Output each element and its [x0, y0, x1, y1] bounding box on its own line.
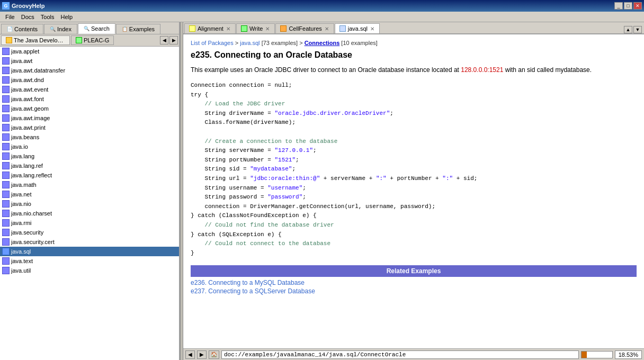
package-icon — [2, 76, 10, 84]
list-item[interactable]: java.awt.geom — [0, 104, 179, 113]
code-line: String driverName = "oracle.jdbc.driver.… — [191, 109, 637, 119]
list-item-selected[interactable]: java.sql — [0, 247, 179, 256]
code-line: String serverName = "127.0.0.1"; — [191, 146, 637, 156]
title-bar-controls: _ □ ✕ — [614, 2, 642, 10]
code-line: String sid = "mydatabase"; — [191, 165, 637, 174]
breadcrumb-packages-link[interactable]: List of Packages — [191, 40, 234, 46]
list-item[interactable]: java.math — [0, 180, 179, 190]
list-item[interactable]: java.awt.print — [0, 123, 179, 132]
left-panel: 📄 Contents 🔍 Index 🔍 Search 📋 Examples — [0, 22, 180, 360]
tab-alignment[interactable]: Alignment ✕ — [184, 23, 236, 33]
list-item[interactable]: java.awt.event — [0, 85, 179, 94]
home-button[interactable]: 🏠 — [209, 350, 219, 359]
list-item[interactable]: java.beans — [0, 132, 179, 142]
list-item[interactable]: java.awt.dnd — [0, 75, 179, 85]
app-icon: G — [2, 2, 10, 10]
list-item[interactable]: java.awt.image — [0, 113, 179, 123]
code-line: String portNumber = "1521"; — [191, 156, 637, 165]
tab-examples[interactable]: 📋 Examples — [116, 24, 160, 34]
package-icon — [2, 95, 10, 103]
menu-help[interactable]: Help — [57, 13, 76, 21]
close-tab-javasql[interactable]: ✕ — [370, 26, 375, 31]
tab-contents[interactable]: 📄 Contents — [1, 24, 43, 34]
doc-tabs: Alignment ✕ Write ✕ CellFeatures ✕ java.… — [183, 22, 644, 34]
progress-bar — [581, 351, 613, 358]
package-icon — [2, 229, 10, 236]
breadcrumb-connections-link[interactable]: Connections — [305, 40, 340, 46]
tab-search[interactable]: 🔍 Search — [78, 23, 115, 34]
right-panel: Alignment ✕ Write ✕ CellFeatures ✕ java.… — [183, 22, 644, 360]
article-description: This example uses an Oracle JDBC driver … — [191, 65, 637, 75]
package-icon — [2, 238, 10, 246]
bookmark-pleac[interactable]: PLEAC-G — [71, 35, 114, 45]
package-icon — [2, 133, 10, 141]
scroll-up-button[interactable]: ▲ — [624, 26, 632, 33]
list-item[interactable]: java.awt — [0, 56, 179, 66]
menu-bar: File Docs Tools Help — [0, 12, 644, 22]
menu-tools[interactable]: Tools — [38, 13, 58, 21]
related-link-e236[interactable]: e236. Connecting to a MySQL Database — [191, 279, 637, 286]
package-icon — [2, 267, 10, 274]
close-button[interactable]: ✕ — [633, 2, 642, 10]
package-icon — [2, 124, 10, 131]
package-icon — [2, 248, 10, 255]
tab-javasql[interactable]: java.sql ✕ — [335, 23, 380, 33]
minimize-button[interactable]: _ — [614, 2, 623, 10]
list-item[interactable]: java.security — [0, 228, 179, 237]
list-item[interactable]: java.applet — [0, 47, 179, 56]
forward-button[interactable]: ▶ — [197, 350, 207, 359]
code-line: } — [191, 249, 637, 258]
scroll-left-button[interactable]: ◀ — [160, 36, 168, 44]
related-link-e237[interactable]: e237. Connecting to a SQLServer Database — [191, 287, 637, 295]
list-item[interactable]: java.rmi — [0, 218, 179, 228]
package-icon — [2, 181, 10, 188]
tab-index[interactable]: 🔍 Index — [44, 24, 77, 34]
list-item[interactable]: java.io — [0, 142, 179, 151]
menu-docs[interactable]: Docs — [18, 13, 38, 21]
list-item[interactable]: java.util — [0, 266, 179, 275]
list-item[interactable]: java.lang.reflect — [0, 170, 179, 180]
list-item[interactable]: java.lang.ref — [0, 161, 179, 170]
package-icon — [2, 57, 10, 65]
close-tab-cellfeatures[interactable]: ✕ — [324, 26, 329, 31]
code-line: } catch (ClassNotFoundException e) { — [191, 211, 637, 221]
list-item[interactable]: java.lang — [0, 151, 179, 161]
code-line: connection = DriverManager.getConnection… — [191, 202, 637, 212]
bookmark-almanac[interactable]: The Java Developers Almanac 1.4 — [1, 35, 70, 45]
menu-file[interactable]: File — [2, 13, 18, 21]
list-item[interactable]: java.nio — [0, 199, 179, 209]
package-icon — [2, 162, 10, 169]
list-item[interactable]: java.nio.charset — [0, 209, 179, 218]
maximize-button[interactable]: □ — [624, 2, 632, 10]
list-item[interactable]: java.awt.font — [0, 94, 179, 104]
code-block: Connection connection = null; try { // L… — [191, 81, 637, 258]
package-icon — [2, 86, 10, 93]
list-item[interactable]: java.text — [0, 256, 179, 266]
doc-tabs-scroll: ▲ ▼ — [623, 26, 643, 33]
breadcrumb-javasql-link[interactable]: java.sql — [240, 40, 260, 46]
breadcrumb-sep1: > — [235, 40, 240, 46]
doc-content[interactable]: List of Packages > java.sql [73 examples… — [183, 34, 644, 348]
tree-list[interactable]: java.applet java.awt java.awt.datatransf… — [0, 47, 179, 360]
package-icon — [2, 210, 10, 217]
code-line: try { — [191, 91, 637, 100]
title-bar: G GroovyHelp _ □ ✕ — [0, 0, 644, 12]
tab-cellfeatures[interactable]: CellFeatures ✕ — [275, 23, 334, 33]
breadcrumb: List of Packages > java.sql [73 examples… — [191, 40, 637, 46]
list-item[interactable]: java.net — [0, 190, 179, 199]
close-tab-alignment[interactable]: ✕ — [226, 26, 231, 31]
scroll-right-button[interactable]: ▶ — [169, 36, 178, 44]
package-icon — [2, 200, 10, 208]
code-line: Connection connection = null; — [191, 81, 637, 91]
progress-fill — [582, 352, 587, 358]
tab-icon-alignment — [189, 25, 195, 32]
breadcrumb-count1: [73 examples] > — [262, 40, 305, 46]
code-line — [191, 128, 637, 137]
close-tab-write[interactable]: ✕ — [265, 26, 270, 31]
back-button[interactable]: ◀ — [185, 350, 195, 359]
list-item[interactable]: java.awt.datatransfer — [0, 66, 179, 75]
scroll-down-button[interactable]: ▼ — [633, 26, 642, 33]
list-item[interactable]: java.security.cert — [0, 237, 179, 247]
tab-write[interactable]: Write ✕ — [236, 23, 275, 33]
package-icon — [2, 67, 10, 74]
